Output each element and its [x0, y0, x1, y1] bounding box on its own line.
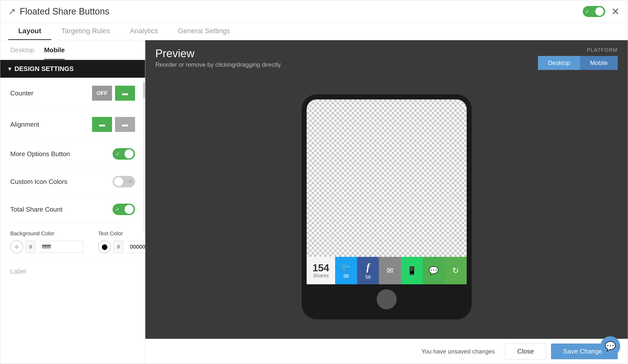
platform-toggle: PLATFORM Desktop Mobile [538, 47, 618, 70]
platform-buttons: Desktop Mobile [538, 56, 618, 70]
align-left-button[interactable] [92, 117, 112, 132]
share-number: 154 [313, 263, 329, 273]
phone-mockup: 154 Shares 🐦 98 f 56 [302, 94, 472, 319]
sms-share-button[interactable]: 💬 [423, 257, 445, 284]
counter-row: Counter OFF [10, 78, 135, 109]
share-bar: 154 Shares 🐦 98 f 56 [307, 257, 467, 284]
share-text: Shares [313, 273, 329, 279]
platform-mobile-button[interactable]: Mobile [580, 56, 618, 70]
whatsapp-icon: 📱 [407, 266, 417, 275]
enabled-toggle[interactable] [583, 6, 605, 17]
text-color-input[interactable] [126, 241, 145, 253]
bottom-bar: You have unsaved changes Close Save Chan… [145, 339, 628, 364]
alignment-row: Alignment [10, 109, 135, 140]
scrollbar[interactable] [143, 80, 145, 230]
home-button[interactable] [377, 289, 397, 309]
toggle-knob [125, 149, 134, 158]
counter-on-button[interactable] [115, 86, 135, 101]
header: ↗ Floated Share Buttons ✕ [0, 0, 628, 23]
phone-screen: 154 Shares 🐦 98 f 56 [307, 99, 467, 284]
preview-subtitle: Reorder or remove by clicking/dragging d… [155, 61, 282, 68]
toggle-knob-off [114, 177, 123, 186]
app-title: Floated Share Buttons [20, 6, 109, 17]
text-color-input-row: ⬤ # [98, 240, 145, 253]
custom-icon-colors-label: Custom Icon Colors [10, 178, 67, 186]
twitter-count: 98 [343, 273, 349, 279]
total-share-controls [113, 204, 135, 215]
tab-analytics[interactable]: Analytics [120, 23, 168, 40]
bg-color-input[interactable] [38, 241, 83, 253]
chevron-down-icon: ▾ [8, 66, 11, 72]
counter-off-button[interactable]: OFF [92, 86, 112, 101]
close-button[interactable]: ✕ [611, 6, 620, 16]
header-right: ✕ [583, 6, 620, 17]
sub-tab-desktop[interactable]: Desktop [10, 46, 34, 60]
text-hash: # [114, 241, 123, 253]
more-options-label: More Options Button [10, 150, 70, 158]
preview-header: Preview Reorder or remove by clicking/dr… [145, 40, 628, 75]
preview-area: 154 Shares 🐦 98 f 56 [145, 75, 628, 339]
close-bottom-button[interactable]: Close [505, 343, 546, 360]
chat-bubble-button[interactable]: 💬 [600, 336, 620, 356]
sms-icon: 💬 [429, 266, 439, 275]
phone-bottom [307, 284, 467, 314]
twitter-share-button[interactable]: 🐦 98 [335, 257, 357, 284]
chat-icon: 💬 [605, 341, 616, 352]
checkerboard-bg [307, 99, 467, 284]
label-row: Label [0, 261, 145, 282]
alignment-controls [92, 117, 135, 132]
text-color-label: Text Color [98, 230, 145, 237]
top-tabs: Layout Targeting Rules Analytics General… [0, 23, 628, 40]
label-text: Label [10, 268, 26, 275]
right-panel: Preview Reorder or remove by clicking/dr… [145, 40, 628, 364]
more-share-button[interactable]: ↻ [445, 257, 467, 284]
custom-icon-controls [113, 176, 135, 187]
total-share-count-row: Total Share Count [10, 196, 135, 223]
color-section: Background Color ○ # Text Color ⬤ # [10, 223, 135, 261]
preview-title: Preview [155, 47, 282, 60]
section-title: DESIGN SETTINGS [15, 65, 74, 73]
bg-color-swatch[interactable]: ○ [10, 240, 23, 253]
unsaved-message: You have unsaved changes [155, 348, 495, 355]
tab-general[interactable]: General Settings [168, 23, 240, 40]
twitter-icon: 🐦 [341, 262, 351, 272]
bg-color-label: Background Color [10, 230, 83, 237]
text-color-group: Text Color ⬤ # [98, 230, 145, 253]
more-options-row: More Options Button [10, 140, 135, 168]
platform-label: PLATFORM [587, 47, 618, 53]
preview-title-area: Preview Reorder or remove by clicking/dr… [155, 47, 282, 68]
more-icon: ↻ [452, 266, 459, 275]
platform-desktop-button[interactable]: Desktop [538, 56, 580, 70]
whatsapp-share-button[interactable]: 📱 [401, 257, 423, 284]
align-right-button[interactable] [115, 117, 135, 132]
total-share-toggle[interactable] [113, 204, 135, 215]
sub-tabs: Desktop Mobile [0, 40, 145, 60]
custom-icon-colors-row: Custom Icon Colors [10, 168, 135, 196]
facebook-icon: f [366, 261, 370, 273]
background-color-group: Background Color ○ # [10, 230, 83, 253]
sub-tab-mobile[interactable]: Mobile [44, 46, 65, 60]
toggle-knob-share [125, 205, 134, 214]
facebook-share-button[interactable]: f 56 [357, 257, 379, 284]
alignment-label: Alignment [10, 121, 39, 128]
bg-color-input-row: ○ # [10, 240, 83, 253]
main-content: Desktop Mobile ▾ DESIGN SETTINGS Counter [0, 40, 628, 364]
tab-targeting[interactable]: Targeting Rules [51, 23, 120, 40]
total-share-count-label: Total Share Count [10, 206, 62, 213]
email-icon: ✉ [387, 266, 393, 275]
tab-layout[interactable]: Layout [8, 23, 51, 40]
export-icon: ↗ [8, 6, 16, 17]
share-count: 154 Shares [307, 257, 335, 284]
more-options-toggle[interactable] [113, 148, 135, 160]
more-options-controls [113, 148, 135, 160]
design-settings-header[interactable]: ▾ DESIGN SETTINGS [0, 60, 145, 78]
counter-label: Counter [10, 89, 34, 97]
text-color-swatch[interactable]: ⬤ [98, 240, 111, 253]
custom-icon-colors-toggle[interactable] [113, 176, 135, 187]
scroll-thumb [143, 83, 145, 98]
bg-hash: # [26, 241, 36, 253]
email-share-button[interactable]: ✉ [379, 257, 401, 284]
left-panel: Desktop Mobile ▾ DESIGN SETTINGS Counter [0, 40, 145, 364]
counter-controls: OFF [92, 86, 135, 101]
app-window: ↗ Floated Share Buttons ✕ Layout Targeti… [0, 0, 628, 364]
